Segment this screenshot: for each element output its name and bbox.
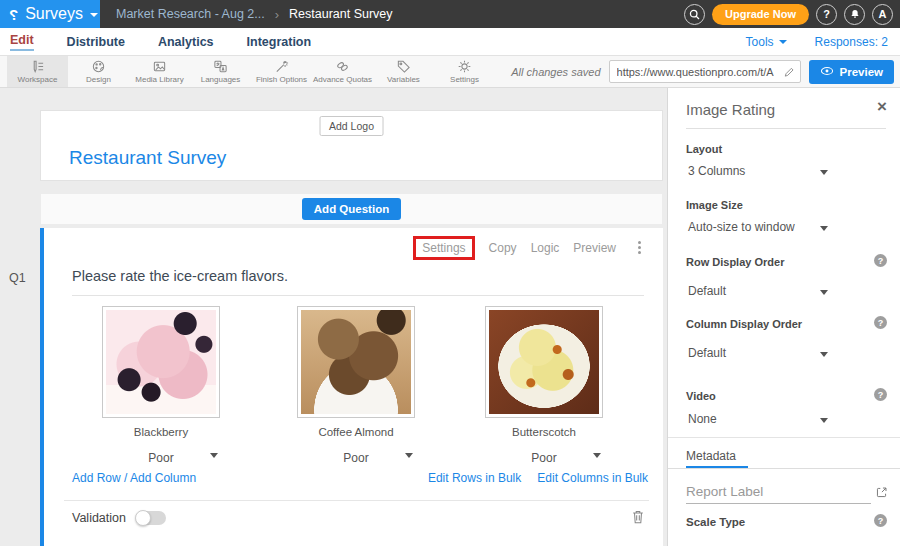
toolbar-item-finish-options[interactable]: Finish Options [251, 56, 312, 87]
question-text-underline [72, 295, 644, 296]
tab-edit[interactable]: Edit [10, 33, 34, 51]
toolbar-item-variables[interactable]: Variables [373, 56, 434, 87]
responses-count[interactable]: Responses: 2 [815, 35, 888, 49]
tools-menu[interactable]: Tools [746, 35, 787, 49]
variables-icon [396, 59, 411, 74]
question-preview-button[interactable]: Preview [573, 241, 616, 255]
layout-select[interactable]: 3 Columns [688, 164, 832, 178]
panel-divider [686, 128, 886, 129]
toolbar-item-media-library[interactable]: Media Library [129, 56, 190, 87]
search-icon[interactable] [684, 4, 705, 25]
validation-toggle[interactable] [136, 511, 166, 525]
edit-columns-bulk-link[interactable]: Edit Columns in Bulk [537, 471, 648, 485]
help-icon[interactable]: ? [874, 514, 887, 527]
column-display-order-label: Column Display Order [686, 318, 802, 330]
flavor-label[interactable]: Butterscotch [485, 426, 603, 438]
rating-dropdown[interactable]: Poor [102, 448, 220, 464]
image-size-select[interactable]: Auto-size to window [688, 220, 832, 234]
report-label-input[interactable] [686, 482, 871, 504]
question-card: Settings Copy Logic Preview Please rate … [40, 228, 663, 546]
rating-item-blackberry: Blackberry Poor [102, 306, 220, 464]
add-question-button[interactable]: Add Question [302, 198, 401, 220]
delete-question-trash-icon[interactable] [631, 509, 645, 529]
tab-metadata[interactable]: Metadata [686, 449, 736, 463]
tab-integration[interactable]: Integration [247, 35, 312, 49]
breadcrumb-separator-icon: › [275, 7, 279, 22]
survey-title[interactable]: Restaurant Survey [69, 147, 226, 169]
image-size-label: Image Size [686, 199, 743, 211]
add-question-strip: Add Question [40, 193, 663, 225]
survey-url-input[interactable] [610, 66, 778, 78]
question-footer-divider [64, 500, 649, 501]
rating-dropdown[interactable]: Poor [485, 448, 603, 464]
questionpro-logo-icon: ? [9, 6, 18, 23]
row-display-order-select[interactable]: Default [688, 284, 832, 298]
question-copy-button[interactable]: Copy [489, 241, 517, 255]
flavor-image-coffee-almond[interactable] [297, 306, 415, 418]
chevron-down-icon [593, 453, 601, 458]
toolbar-item-workspace[interactable]: Workspace [7, 56, 68, 87]
chevron-down-icon [820, 226, 828, 231]
upgrade-now-button[interactable]: Upgrade Now [712, 4, 809, 25]
breadcrumb: Market Research - Aug 2... › Restaurant … [116, 7, 393, 22]
toolbar-item-settings[interactable]: Settings [434, 56, 495, 87]
add-row-column-link[interactable]: Add Row / Add Column [72, 471, 196, 485]
survey-nav: Edit Distribute Analytics Integration To… [0, 28, 900, 56]
rating-dropdown[interactable]: Poor [297, 448, 415, 464]
chevron-down-icon [90, 13, 98, 17]
add-logo-button[interactable]: Add Logo [319, 116, 384, 136]
help-icon[interactable]: ? [816, 4, 837, 25]
finish-options-icon [274, 59, 289, 74]
video-select[interactable]: None [688, 412, 832, 426]
toolbar-item-advance-quotas[interactable]: Advance Quotas [312, 56, 373, 87]
preview-button[interactable]: Preview [809, 60, 894, 84]
chevron-down-icon [820, 170, 828, 175]
row-display-order-label: Row Display Order [686, 256, 784, 268]
question-number: Q1 [9, 271, 26, 285]
close-icon[interactable]: × [877, 98, 887, 115]
topbar-actions: Upgrade Now ? A [684, 0, 893, 28]
survey-url-box [609, 60, 801, 83]
eye-icon [820, 65, 834, 79]
product-name: Surveys [25, 5, 83, 23]
edit-rows-bulk-link[interactable]: Edit Rows in Bulk [428, 471, 521, 485]
panel-title: Image Rating [686, 101, 775, 118]
chevron-down-icon [820, 290, 828, 295]
surveys-menu[interactable]: ? Surveys [0, 0, 100, 28]
help-icon[interactable]: ? [874, 388, 887, 401]
avatar[interactable]: A [872, 4, 893, 25]
toolbar-item-languages[interactable]: Languages [190, 56, 251, 87]
tab-analytics[interactable]: Analytics [158, 35, 214, 49]
flavor-image-butterscotch[interactable] [485, 306, 603, 418]
chevron-down-icon [210, 453, 218, 458]
chevron-down-icon [779, 40, 787, 44]
media-library-icon [152, 59, 167, 74]
breadcrumb-parent[interactable]: Market Research - Aug 2... [116, 7, 265, 21]
flavor-image-blackberry[interactable] [102, 306, 220, 418]
flavor-label[interactable]: Coffee Almond [297, 426, 415, 438]
toolbar-item-design[interactable]: Design [68, 56, 129, 87]
help-icon[interactable]: ? [874, 254, 887, 267]
help-icon[interactable]: ? [874, 316, 887, 329]
autosave-status: All changes saved [511, 66, 600, 78]
chevron-down-icon [820, 352, 828, 357]
chevron-down-icon [405, 453, 413, 458]
question-settings-button[interactable]: Settings [413, 236, 474, 260]
nav-right: Tools Responses: 2 [746, 35, 888, 49]
question-settings-panel: Image Rating × Layout 3 Columns Image Si… [667, 88, 900, 546]
column-display-order-select[interactable]: Default [688, 346, 832, 360]
toolbar-right: All changes saved Preview [511, 56, 894, 87]
question-text[interactable]: Please rate the ice-cream flavors. [72, 268, 288, 284]
flavor-label[interactable]: Blackberry [102, 426, 220, 438]
video-label: Video [686, 390, 716, 402]
question-logic-button[interactable]: Logic [531, 241, 560, 255]
notifications-bell-icon[interactable] [844, 4, 865, 25]
metadata-section-divider [668, 437, 900, 438]
advance-quotas-icon [335, 59, 350, 74]
settings-icon [457, 59, 472, 74]
edit-url-pencil-icon[interactable] [778, 66, 800, 78]
kebab-menu-icon[interactable] [636, 239, 643, 256]
tab-distribute[interactable]: Distribute [67, 35, 125, 49]
survey-canvas: Add Logo Restaurant Survey Add Question … [0, 88, 667, 546]
expand-icon[interactable] [875, 485, 888, 503]
